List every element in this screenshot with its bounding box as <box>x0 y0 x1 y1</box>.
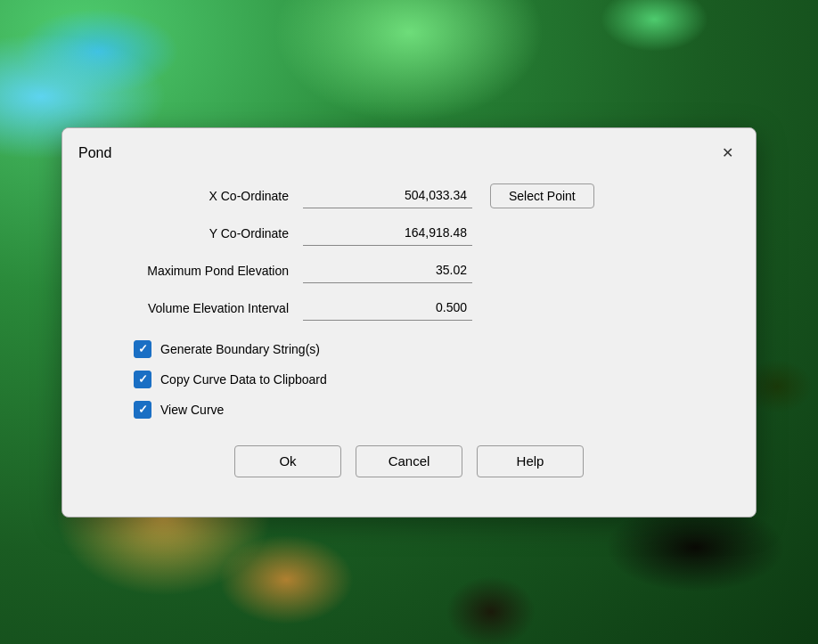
x-coordinate-row: X Co-Ordinate Select Point <box>89 183 729 208</box>
dialog-overlay: Pond ✕ X Co-Ordinate Select Point Y Co-O… <box>0 0 818 644</box>
dialog-body: X Co-Ordinate Select Point Y Co-Ordinate… <box>62 175 756 517</box>
generate-boundary-row: Generate Boundary String(s) <box>134 340 729 358</box>
y-coordinate-row: Y Co-Ordinate <box>89 221 729 246</box>
copy-curve-data-label: Copy Curve Data to Clipboard <box>160 372 327 387</box>
max-pond-elevation-row: Maximum Pond Elevation <box>89 258 729 283</box>
dialog-footer: Ok Cancel Help <box>89 438 729 495</box>
view-curve-checkbox[interactable] <box>134 401 151 419</box>
volume-elevation-interval-input[interactable] <box>303 296 472 321</box>
volume-elevation-interval-label: Volume Elevation Interval <box>89 301 303 315</box>
copy-curve-data-row: Copy Curve Data to Clipboard <box>134 371 729 388</box>
help-button[interactable]: Help <box>477 445 584 477</box>
view-curve-label: View Curve <box>160 403 224 417</box>
select-point-button[interactable]: Select Point <box>490 183 594 208</box>
view-curve-row: View Curve <box>134 401 729 419</box>
max-pond-elevation-input[interactable] <box>303 258 472 283</box>
form-section: X Co-Ordinate Select Point Y Co-Ordinate… <box>89 183 729 321</box>
ok-button[interactable]: Ok <box>234 445 341 477</box>
dialog: Pond ✕ X Co-Ordinate Select Point Y Co-O… <box>61 127 757 518</box>
cancel-button[interactable]: Cancel <box>356 445 462 477</box>
checkboxes-section: Generate Boundary String(s) Copy Curve D… <box>89 340 729 419</box>
copy-curve-data-checkbox[interactable] <box>134 371 151 388</box>
generate-boundary-strings-checkbox[interactable] <box>134 340 151 358</box>
max-pond-elevation-label: Maximum Pond Elevation <box>89 264 303 278</box>
volume-elevation-interval-row: Volume Elevation Interval <box>89 296 729 321</box>
x-coordinate-label: X Co-Ordinate <box>89 189 303 203</box>
x-coordinate-input[interactable] <box>303 183 472 208</box>
dialog-title: Pond <box>78 145 111 161</box>
close-button[interactable]: ✕ <box>715 141 740 166</box>
y-coordinate-label: Y Co-Ordinate <box>89 226 303 240</box>
titlebar: Pond ✕ <box>62 128 756 175</box>
y-coordinate-input[interactable] <box>303 221 472 246</box>
generate-boundary-strings-label: Generate Boundary String(s) <box>160 342 320 356</box>
